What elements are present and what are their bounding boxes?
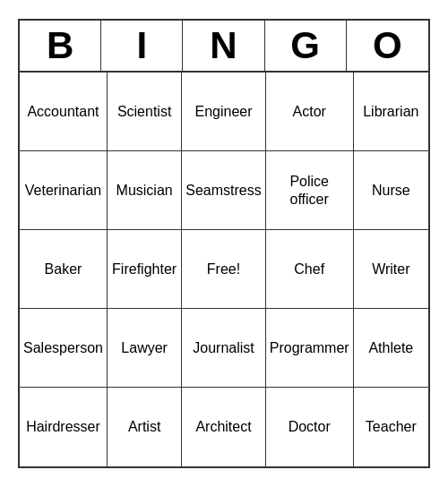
cell-text: Engineer	[194, 103, 252, 120]
cell-text: Salesperson	[23, 339, 103, 356]
bingo-cell: Journalist	[182, 309, 265, 388]
bingo-cell: Lawyer	[108, 309, 182, 388]
bingo-cell: Actor	[266, 73, 354, 151]
bingo-cell: Engineer	[182, 73, 265, 151]
cell-text: Seamstress	[185, 182, 261, 199]
bingo-cell: Artist	[108, 388, 182, 466]
bingo-cell: Architect	[182, 388, 265, 466]
bingo-cell: Programmer	[266, 309, 354, 388]
header-letter: N	[183, 21, 264, 71]
bingo-cell: Hairdresser	[20, 388, 108, 466]
bingo-cell: Scientist	[108, 73, 182, 151]
bingo-cell: Firefighter	[108, 230, 182, 309]
cell-text: Free!	[207, 261, 240, 278]
cell-text: Nurse	[372, 182, 410, 199]
header-letter: O	[347, 21, 428, 71]
cell-text: Scientist	[117, 103, 171, 120]
bingo-cell: Doctor	[266, 388, 354, 466]
header-letter: G	[265, 21, 347, 71]
bingo-cell: Teacher	[354, 388, 428, 466]
cell-text: Librarian	[363, 103, 418, 120]
cell-text: Veterinarian	[25, 182, 101, 199]
cell-text: Lawyer	[121, 339, 168, 356]
cell-text: Hairdresser	[26, 418, 100, 435]
cell-text: Programmer	[270, 339, 349, 356]
bingo-cell: Chef	[266, 230, 354, 309]
cell-text: Actor	[293, 103, 326, 120]
bingo-cell: Librarian	[354, 73, 428, 151]
bingo-cell: Salesperson	[20, 309, 108, 388]
cell-text: Artist	[128, 418, 160, 435]
bingo-cell: Veterinarian	[20, 151, 108, 230]
bingo-cell: Accountant	[20, 73, 108, 151]
bingo-cell: Free!	[182, 230, 265, 309]
header-letter: I	[101, 21, 183, 71]
bingo-cell: Writer	[354, 230, 428, 309]
bingo-cell: Nurse	[354, 151, 428, 230]
cell-text: Writer	[372, 261, 409, 278]
bingo-cell: Baker	[20, 230, 108, 309]
cell-text: Doctor	[289, 418, 331, 435]
cell-text: Journalist	[193, 339, 254, 356]
cell-text: Musician	[116, 182, 173, 199]
cell-text: Architect	[195, 418, 251, 435]
header-letter: B	[20, 21, 101, 71]
bingo-cell: Athlete	[354, 309, 428, 388]
cell-text: Firefighter	[112, 261, 177, 278]
bingo-card: BINGO AccountantScientistEngineerActorLi…	[18, 19, 430, 468]
bingo-cell: Musician	[108, 151, 182, 230]
cell-text: Baker	[45, 261, 82, 278]
bingo-header: BINGO	[20, 21, 428, 73]
cell-text: Teacher	[366, 418, 417, 435]
cell-text: Chef	[294, 261, 324, 278]
bingo-grid: AccountantScientistEngineerActorLibraria…	[20, 73, 428, 466]
cell-text: Police officer	[270, 173, 349, 207]
bingo-cell: Seamstress	[182, 151, 265, 230]
cell-text: Athlete	[368, 339, 413, 356]
bingo-cell: Police officer	[266, 151, 354, 230]
cell-text: Accountant	[27, 103, 99, 120]
